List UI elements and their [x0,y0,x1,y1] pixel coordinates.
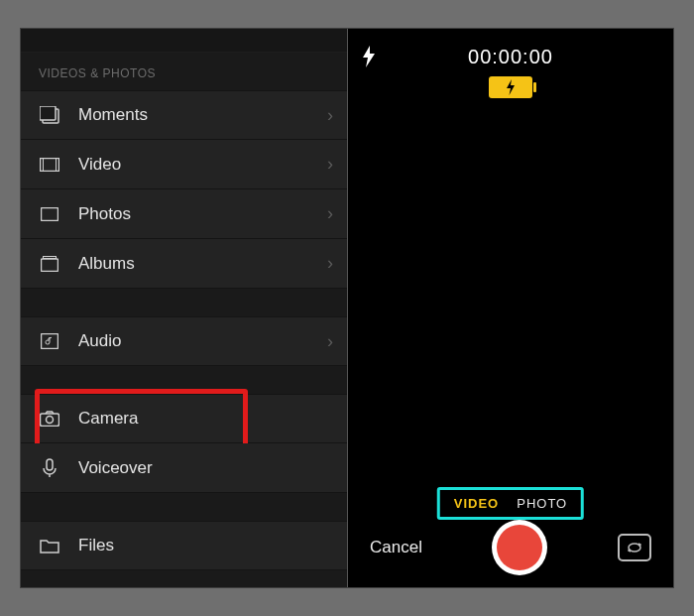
chevron-right-icon: › [327,154,333,175]
svg-point-10 [47,417,54,424]
moments-icon [39,104,60,126]
sidebar-top-spacer [21,29,347,53]
camera-mode-selector: VIDEO PHOTO [437,487,584,520]
sidebar-item-files[interactable]: Files [21,521,347,570]
sidebar-item-label: Camera [78,409,333,429]
chevron-right-icon: › [327,105,333,126]
sidebar-item-camera[interactable]: Camera [21,394,347,443]
chevron-right-icon: › [327,203,333,224]
sidebar-item-label: Video [78,155,327,175]
sidebar-item-label: Albums [78,254,327,274]
chevron-right-icon: › [327,253,333,274]
flip-camera-button[interactable] [618,534,651,561]
sidebar-gap [21,493,347,521]
audio-icon [39,330,60,352]
sidebar-item-albums[interactable]: Albums › [21,239,347,289]
sidebar-item-voiceover[interactable]: Voiceover [21,443,347,493]
section-header-videos-photos: VIDEOS & PHOTOS [21,53,347,90]
sidebar-gap [21,366,347,394]
svg-rect-11 [47,459,53,470]
cancel-button[interactable]: Cancel [370,538,422,557]
video-icon [39,154,60,176]
camera-bottom-bar: Cancel [348,518,673,577]
sidebar-item-label: Voiceover [78,458,333,478]
svg-rect-3 [43,158,44,171]
flash-icon[interactable] [362,46,376,67]
svg-rect-4 [56,158,57,171]
sidebar-item-label: Photos [78,204,327,224]
photos-icon [39,203,60,225]
mic-icon [39,457,60,479]
app-frame: VIDEOS & PHOTOS Moments › Video › Photos… [20,28,674,588]
sidebar-gap [21,289,347,316]
sidebar-item-label: Files [78,536,333,555]
media-source-sidebar: VIDEOS & PHOTOS Moments › Video › Photos… [21,29,348,587]
record-button[interactable] [492,520,547,575]
sidebar-item-audio[interactable]: Audio › [21,316,347,366]
chevron-right-icon: › [327,331,333,352]
folder-icon [39,535,60,556]
albums-icon [39,253,60,275]
camera-icon [39,408,60,430]
sidebar-item-label: Moments [78,105,327,125]
battery-flash-badge [489,76,532,98]
mode-video[interactable]: VIDEO [454,496,499,511]
sidebar-item-photos[interactable]: Photos › [21,189,347,239]
svg-rect-7 [44,256,57,258]
recording-timer: 00:00:00 [376,46,645,68]
camera-viewfinder: 00:00:00 VIDEO PHOTO Cancel [348,29,673,587]
mode-photo[interactable]: PHOTO [517,496,567,511]
svg-rect-6 [42,259,58,272]
sidebar-item-moments[interactable]: Moments › [21,90,347,140]
sidebar-item-video[interactable]: Video › [21,140,347,189]
sidebar-item-label: Audio [78,331,327,351]
svg-rect-1 [40,106,56,120]
record-button-inner [497,525,542,570]
svg-rect-5 [42,207,58,220]
